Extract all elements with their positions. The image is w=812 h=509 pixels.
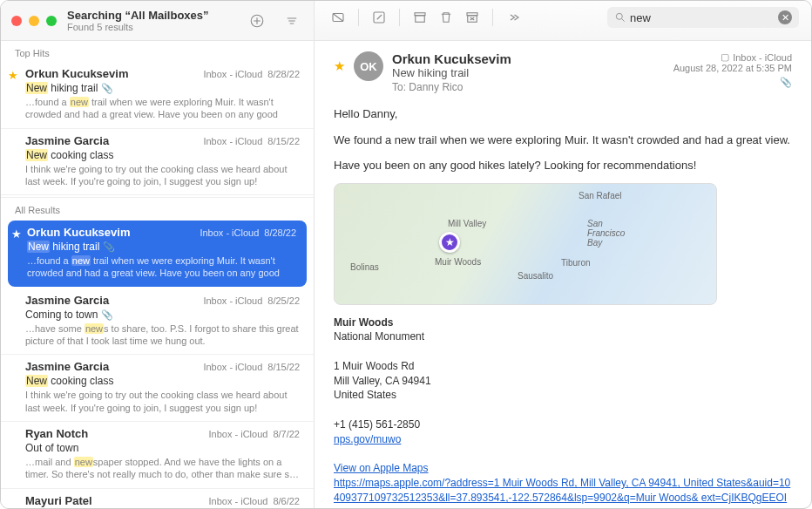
- star-icon: ★: [8, 69, 18, 82]
- section-all-results: All Results: [1, 197, 314, 219]
- window-title: Searching “All Mailboxes”: [67, 9, 246, 22]
- trash-icon[interactable]: [435, 6, 457, 29]
- reader-body: Hello Danny, We found a new trail when w…: [334, 105, 792, 174]
- delete-icon[interactable]: [327, 6, 349, 29]
- zoom-window-button[interactable]: [46, 16, 57, 26]
- place-addr1: 1 Muir Woods Rd: [334, 359, 792, 374]
- map-label: Mill Valley: [448, 219, 486, 228]
- msg-preview: I think we're going to try out the cooki…: [25, 389, 300, 414]
- toolbar-separator: [492, 9, 493, 26]
- reader-pane: ★ OK Orkun Kucuksevim New hiking trail T…: [315, 41, 811, 508]
- msg-from: Jasmine Garcia: [25, 360, 109, 373]
- reader-header: ★ OK Orkun Kucuksevim New hiking trail T…: [334, 51, 792, 93]
- more-icon[interactable]: [502, 6, 524, 29]
- title-actions: [246, 10, 303, 32]
- msg-preview: …have some news to share, too. P.S. I fo…: [25, 322, 300, 348]
- msg-subject: Coming to town 📎: [25, 309, 300, 321]
- reader-from: Orkun Kucuksevim: [392, 51, 665, 66]
- map-label: Bolinas: [350, 262, 379, 272]
- new-mailbox-icon[interactable]: [246, 10, 268, 32]
- mail-window: Searching “All Mailboxes” Found 5 result…: [0, 0, 812, 509]
- msg-meta: Inbox - iCloud8/7/22: [209, 429, 300, 439]
- msg-subject: New hiking trail 📎: [27, 241, 296, 253]
- message-row[interactable]: ★Orkun KucuksevimInbox - iCloud8/28/22Ne…: [1, 62, 314, 129]
- message-row[interactable]: ★Orkun KucuksevimInbox - iCloud8/28/22Ne…: [8, 221, 307, 287]
- avatar: OK: [354, 51, 383, 81]
- reader-to: To: Danny Rico: [392, 81, 665, 93]
- maps-url-link[interactable]: https://maps.apple.com/?address=1 Muir W…: [334, 477, 790, 508]
- msg-subject: New cooking class: [25, 375, 300, 387]
- titlebar-left: Searching “All Mailboxes” Found 5 result…: [1, 1, 315, 40]
- minimize-window-button[interactable]: [29, 16, 39, 26]
- msg-preview: …mail and newspaper stopped. And we have…: [25, 456, 300, 481]
- map-attachment[interactable]: ★ Mill Valley Muir Woods San Rafael San …: [334, 183, 717, 305]
- toolbar-separator: [358, 9, 359, 26]
- message-row[interactable]: Jasmine GarciaInbox - iCloud8/15/22New c…: [1, 129, 314, 196]
- msg-subject: New hiking trail 📎: [25, 82, 300, 94]
- place-name: Muir Woods: [334, 316, 792, 330]
- msg-subject: New cooking class: [25, 149, 300, 161]
- message-row[interactable]: Jasmine GarciaInbox - iCloud8/15/22New c…: [1, 355, 314, 422]
- attachment-icon: 📎: [101, 83, 113, 93]
- reader-subject: New hiking trail: [392, 66, 665, 79]
- map-label: San Rafael: [579, 191, 621, 200]
- map-label: Tiburon: [561, 258, 591, 268]
- message-list[interactable]: Top Hits ★Orkun KucuksevimInbox - iCloud…: [1, 41, 315, 508]
- clear-search-button[interactable]: ✕: [778, 10, 792, 24]
- search-box[interactable]: ✕: [607, 7, 799, 28]
- msg-meta: Inbox - iCloud8/6/22: [209, 496, 300, 506]
- star-icon: ★: [11, 227, 22, 241]
- main: Top Hits ★Orkun KucuksevimInbox - iCloud…: [1, 41, 811, 508]
- place-addr3: United States: [334, 388, 792, 403]
- reader-meta: ▢Inbox - iCloud August 28, 2022 at 5:35 …: [673, 51, 792, 88]
- map-label: Muir Woods: [435, 257, 481, 267]
- attachment-icon: 📎: [673, 77, 792, 88]
- close-window-button[interactable]: [11, 16, 22, 26]
- message-row[interactable]: Ryan NotchInbox - iCloud8/7/22Out of tow…: [1, 422, 314, 489]
- toolbar: ✕: [315, 1, 811, 34]
- filter-icon[interactable]: [281, 10, 303, 32]
- msg-preview: I think we're going to try out the cooki…: [25, 163, 300, 188]
- compose-icon[interactable]: [368, 6, 390, 29]
- place-card: Muir Woods National Monument 1 Muir Wood…: [334, 316, 792, 509]
- msg-from: Mayuri Patel: [25, 494, 92, 507]
- search-input[interactable]: [630, 11, 778, 24]
- archive-icon[interactable]: [409, 6, 431, 29]
- reader-date: August 28, 2022 at 5:35 PM: [673, 63, 792, 73]
- inbox-icon: ▢: [721, 51, 729, 63]
- place-phone: +1 (415) 561-2850: [334, 417, 792, 432]
- msg-from: Jasmine Garcia: [25, 294, 109, 307]
- message-row[interactable]: Jasmine GarciaInbox - iCloud8/25/22Comin…: [1, 288, 314, 356]
- msg-meta: Inbox - iCloud8/28/22: [200, 227, 296, 238]
- attachment-icon: 📎: [103, 241, 115, 252]
- place-sub: National Monument: [334, 329, 792, 344]
- place-website-link[interactable]: nps.gov/muwo: [334, 433, 401, 445]
- msg-meta: Inbox - iCloud8/15/22: [203, 362, 300, 372]
- map-pin-icon: ★: [439, 232, 460, 253]
- view-on-maps-link[interactable]: View on Apple Maps: [334, 462, 429, 474]
- svg-rect-10: [416, 16, 425, 23]
- title-block: Searching “All Mailboxes” Found 5 result…: [67, 9, 246, 32]
- window-controls: [11, 16, 57, 26]
- msg-from: Orkun Kucuksevim: [27, 226, 131, 239]
- msg-preview: …found a new trail when we were explorin…: [25, 96, 300, 121]
- window-subtitle: Found 5 results: [67, 22, 246, 32]
- junk-icon[interactable]: [461, 6, 484, 29]
- msg-preview: …found a new trail when we were explorin…: [27, 254, 296, 280]
- msg-from: Orkun Kucuksevim: [25, 67, 129, 80]
- place-addr2: Mill Valley, CA 94941: [334, 374, 792, 389]
- titlebar: Searching “All Mailboxes” Found 5 result…: [1, 1, 811, 41]
- search-icon: [614, 11, 626, 24]
- msg-meta: Inbox - iCloud8/25/22: [203, 295, 300, 306]
- svg-line-7: [333, 14, 343, 22]
- star-icon[interactable]: ★: [334, 58, 345, 74]
- svg-point-15: [616, 13, 622, 19]
- svg-line-16: [622, 19, 625, 22]
- msg-meta: Inbox - iCloud8/15/22: [203, 136, 300, 146]
- attachment-icon: 📎: [101, 309, 113, 320]
- message-row[interactable]: Mayuri PatelInbox - iCloud8/6/22: [1, 489, 314, 508]
- map-label: Sausalito: [518, 271, 553, 281]
- msg-from: Ryan Notch: [25, 427, 88, 440]
- map-label: San Francisco Bay: [587, 219, 631, 248]
- msg-meta: Inbox - iCloud8/28/22: [203, 69, 300, 79]
